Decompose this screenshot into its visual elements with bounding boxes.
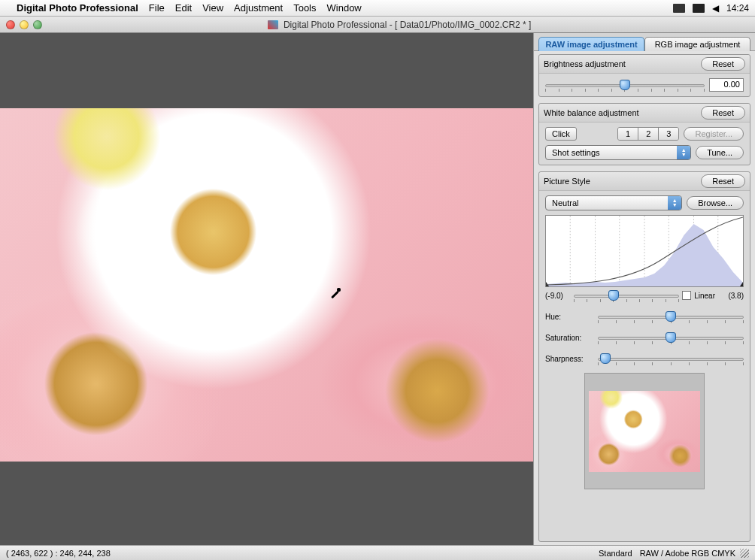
display-status-icon[interactable] xyxy=(673,4,685,13)
dropdown-arrows-icon: ▲▼ xyxy=(677,146,690,159)
picture-style-browse-button[interactable]: Browse... xyxy=(687,196,744,210)
wb-preset-2[interactable]: 2 xyxy=(638,128,659,140)
cursor-coordinates: ( 2463, 622 ) : 246, 244, 238 xyxy=(6,549,111,558)
hue-label: Hue: xyxy=(545,313,592,321)
thumbnail-preview xyxy=(584,373,705,489)
status-standard: Standard xyxy=(599,549,632,558)
menu-window[interactable]: Window xyxy=(327,2,362,14)
wb-preset-segments: 1 2 3 xyxy=(617,127,679,141)
volume-icon[interactable]: ◀ xyxy=(712,3,719,14)
menu-edit[interactable]: Edit xyxy=(175,2,192,14)
resize-grip-icon[interactable] xyxy=(740,549,749,558)
brightness-label: Brightness adjustment xyxy=(544,59,701,68)
menubar-clock[interactable]: 14:24 xyxy=(726,3,749,14)
app-menu[interactable]: Digital Photo Professional xyxy=(17,2,138,14)
saturation-label: Saturation: xyxy=(545,334,592,342)
window-controls xyxy=(6,20,42,29)
histogram-chart xyxy=(545,215,744,287)
sharpness-slider[interactable] xyxy=(598,352,744,365)
sharpness-label: Sharpness: xyxy=(545,355,592,363)
minimize-button[interactable] xyxy=(20,20,29,29)
tab-rgb-adjustment[interactable]: RGB image adjustment xyxy=(644,37,750,51)
hue-slider[interactable] xyxy=(598,310,744,323)
tab-raw-adjustment[interactable]: RAW image adjustment xyxy=(538,37,644,51)
eyedropper-cursor-icon xyxy=(329,289,341,301)
menu-tools[interactable]: Tools xyxy=(293,2,316,14)
histogram-range-lo: (-9.0) xyxy=(545,292,571,300)
window-title: Digital Photo Professional - [ Data01/Ph… xyxy=(50,20,749,30)
close-button[interactable] xyxy=(6,20,15,29)
wb-mode-dropdown[interactable]: Shot settings ▲▼ xyxy=(545,145,691,160)
menu-adjustment[interactable]: Adjustment xyxy=(234,2,283,14)
brightness-reset-button[interactable]: Reset xyxy=(701,57,745,71)
status-bar: ( 2463, 622 ) : 246, 244, 238 Standard R… xyxy=(0,545,755,560)
picture-style-label: Picture Style xyxy=(544,177,701,186)
wb-tune-button[interactable]: Tune... xyxy=(696,146,744,159)
wb-preset-3[interactable]: 3 xyxy=(659,128,678,140)
brightness-section: Brightness adjustment Reset 0.00 xyxy=(538,54,750,97)
brightness-value[interactable]: 0.00 xyxy=(709,78,744,92)
adjustment-sidebar: RAW image adjustment RGB image adjustmen… xyxy=(533,33,755,545)
preview-image[interactable] xyxy=(0,108,533,462)
picture-style-section: Picture Style Reset Neutral ▲▼ Browse... xyxy=(538,171,750,542)
wb-preset-1[interactable]: 1 xyxy=(618,128,638,140)
brightness-slider[interactable] xyxy=(545,78,705,92)
document-icon xyxy=(268,20,278,29)
linear-label: Linear xyxy=(694,292,715,300)
dropdown-arrows-icon: ▲▼ xyxy=(668,196,681,210)
status-colorspace: RAW / Adobe RGB CMYK xyxy=(640,549,735,558)
window-titlebar[interactable]: Digital Photo Professional - [ Data01/Ph… xyxy=(0,17,755,33)
linear-checkbox[interactable] xyxy=(682,291,691,300)
picture-style-dropdown[interactable]: Neutral ▲▼ xyxy=(545,195,682,210)
wb-register-button[interactable]: Register... xyxy=(684,127,744,141)
wb-reset-button[interactable]: Reset xyxy=(701,106,745,120)
adjustment-tabs: RAW image adjustment RGB image adjustmen… xyxy=(534,33,755,51)
system-menubar: Digital Photo Professional File Edit Vie… xyxy=(0,0,755,17)
histogram-range-hi: (3.8) xyxy=(718,292,744,300)
image-canvas[interactable] xyxy=(0,33,533,545)
saturation-slider[interactable] xyxy=(598,331,744,344)
wb-label: White balance adjustment xyxy=(544,108,701,117)
white-balance-section: White balance adjustment Reset Click 1 2… xyxy=(538,103,750,165)
picture-style-reset-button[interactable]: Reset xyxy=(701,174,745,188)
tone-curve-slider[interactable] xyxy=(574,289,679,302)
keyboard-status-icon[interactable] xyxy=(693,4,705,13)
menu-file[interactable]: File xyxy=(149,2,165,14)
zoom-button[interactable] xyxy=(33,20,42,29)
wb-click-button[interactable]: Click xyxy=(545,127,577,141)
menu-view[interactable]: View xyxy=(202,2,223,14)
thumbnail-image xyxy=(589,391,700,472)
